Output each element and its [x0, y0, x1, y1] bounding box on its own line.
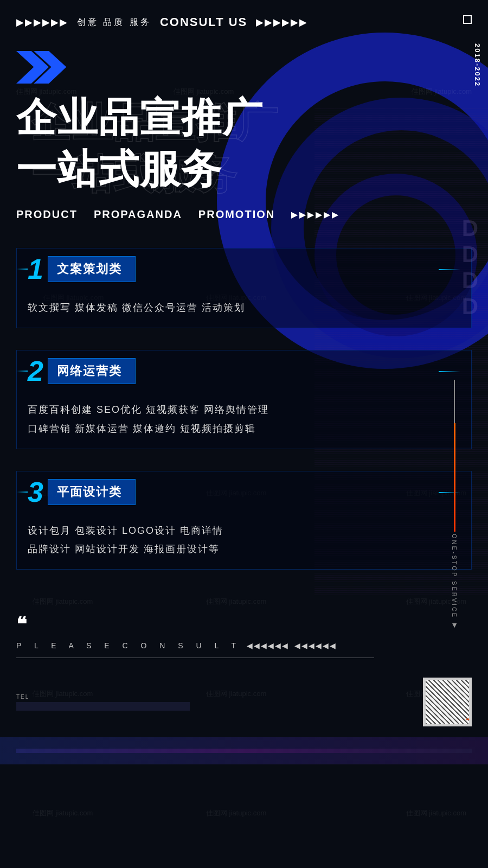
service-items-1: 软文撰写 媒体发稿 微信公众号运营 活动策划 [17, 298, 471, 317]
blue-chevron-logo [16, 51, 488, 84]
service-number-1: 1 [28, 255, 43, 283]
service-items-row2-2: 口碑营销 新媒体运营 媒体邀约 短视频拍摄剪辑 [28, 419, 460, 438]
watermark-17: 佳图网 jiatupic.com [206, 808, 266, 818]
d-letter-1: D [462, 217, 478, 240]
service-header-2: 2 网络运营类 [17, 350, 471, 392]
decorative-d-letters: D D D D [462, 217, 478, 318]
tagline: 创意 品质 服务 [77, 17, 151, 28]
quote-icon: ❝ [16, 613, 472, 636]
d-letter-4: D [462, 295, 478, 318]
service-card-2: 2 网络运营类 百度百科创建 SEO优化 短视频获客 网络舆情管理 口碑营销 新… [16, 350, 472, 449]
please-arrows-2: ◀◀◀◀◀◀ [294, 641, 337, 650]
service-card-1: 1 文案策划类 软文撰写 媒体发稿 微信公众号运营 活动策划 [16, 248, 472, 328]
service-items-row2-3: 品牌设计 网站设计开发 海报画册设计等 [28, 540, 460, 558]
service-line-left-3 [17, 492, 28, 493]
consult-text: CONSULT US [160, 15, 247, 29]
bottom-bar [0, 737, 488, 764]
please-arrows-1: ◀◀◀◀◀◀ [247, 641, 289, 650]
service-line-right-1 [439, 269, 460, 270]
tag-propaganda: PROPAGANDA [94, 208, 182, 221]
service-items-row1-1: 软文撰写 媒体发稿 微信公众号运营 活动策划 [28, 302, 245, 313]
service-title-bg-1: 文案策划类 [48, 256, 136, 282]
oss-line-top [454, 380, 455, 423]
service-items-row1-2: 百度百科创建 SEO优化 短视频获客 网络舆情管理 [28, 400, 460, 419]
header: ▶▶▶▶▶▶ 创意 品质 服务 CONSULT US ▶▶▶▶▶▶ [0, 0, 488, 40]
service-title-bg-2: 网络运营类 [48, 358, 136, 384]
service-number-3: 3 [28, 478, 43, 506]
qr-code: ❝ [423, 678, 472, 726]
bottom-section: TEL ❝ [0, 678, 488, 726]
service-number-2: 2 [28, 357, 43, 385]
bottom-gradient [16, 749, 472, 753]
tag-promotion: PROMOTION [198, 208, 275, 221]
title-line2: 一站式服务 [16, 146, 472, 192]
service-items-row1-3: 设计包月 包装设计 LOGO设计 电商详情 [28, 521, 460, 540]
d-letter-3: D [462, 269, 478, 292]
service-card-3: 3 平面设计类 设计包月 包装设计 LOGO设计 电商详情 品牌设计 网站设计开… [16, 471, 472, 570]
title-line1: 企业品宣推广 [16, 94, 472, 141]
please-consult-text: P L E A S E C O N S U L T [16, 641, 241, 650]
year-label: 2018-2022 [473, 43, 481, 87]
main-title-area: 企业品宣推广 企业品宣推广 一站式服务 一站式服务 [0, 84, 488, 197]
service-line-right-2 [439, 371, 460, 372]
service-items-2: 百度百科创建 SEO优化 短视频获客 网络舆情管理 口碑营销 新媒体运营 媒体邀… [17, 400, 471, 437]
product-arrows: ▶▶▶▶▶▶ [291, 209, 340, 220]
qr-icon: ❝ [466, 716, 470, 724]
service-line-left-2 [17, 371, 28, 372]
qr-pattern [426, 680, 469, 724]
oss-text: ONE-STOP SERVICE [451, 534, 458, 618]
service-header-3: 3 平面设计类 [17, 471, 471, 513]
consult-section: ❝ P L E A S E C O N S U L T ◀◀◀◀◀◀ ◀◀◀◀◀… [0, 591, 488, 678]
watermark-16: 佳图网 jiatupic.com [33, 808, 93, 818]
service-title-1: 文案策划类 [57, 261, 122, 277]
service-title-3: 平面设计类 [57, 484, 122, 500]
oss-orange-line [454, 423, 455, 532]
d-letter-2: D [462, 243, 478, 266]
one-stop-service: ONE-STOP SERVICE ▼ [451, 380, 458, 629]
services-area: 1 文案策划类 软文撰写 媒体发稿 微信公众号运营 活动策划 2 网络运营类 百… [0, 221, 488, 570]
watermark-18: 佳图网 jiatupic.com [406, 808, 466, 818]
tel-number [16, 702, 190, 711]
service-header-1: 1 文案策划类 [17, 248, 471, 290]
product-tags-row: PRODUCT PROPAGANDA PROMOTION ▶▶▶▶▶▶ [0, 197, 488, 221]
service-title-bg-3: 平面设计类 [48, 479, 136, 505]
header-square [463, 15, 472, 24]
please-consult-row: P L E A S E C O N S U L T ◀◀◀◀◀◀ ◀◀◀◀◀◀ [16, 641, 472, 650]
arrows-right: ▶▶▶▶▶▶ [256, 16, 308, 28]
tag-product: PRODUCT [16, 208, 78, 221]
arrows-left: ▶▶▶▶▶▶ [16, 16, 68, 28]
service-title-2: 网络运营类 [57, 363, 122, 379]
oss-arrow-icon: ▼ [451, 621, 458, 629]
tel-section: TEL [16, 694, 190, 711]
consult-divider [16, 658, 374, 658]
tel-label: TEL [16, 694, 190, 700]
service-line-left-1 [17, 269, 28, 270]
service-items-3: 设计包月 包装设计 LOGO设计 电商详情 品牌设计 网站设计开发 海报画册设计… [17, 521, 471, 558]
